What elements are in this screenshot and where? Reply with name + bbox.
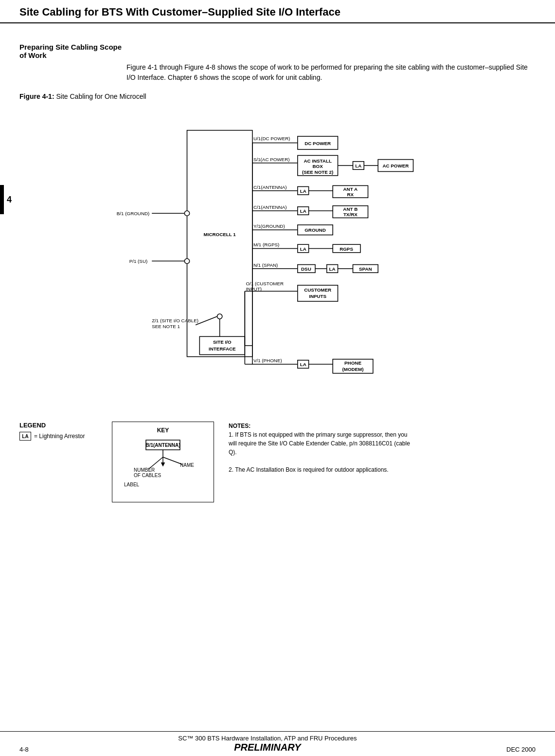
content-area: Preparing Site Cabling Scope of Work Fig… xyxy=(0,23,555,512)
svg-text:OF CABLES: OF CABLES xyxy=(134,473,161,478)
chapter-number: 4 xyxy=(7,195,12,205)
phone-line1: PHONE xyxy=(344,360,361,366)
p1-su-label: P/1 (SU) xyxy=(129,258,148,264)
legend-la-text: LA xyxy=(22,434,28,439)
svg-text:NAME: NAME xyxy=(180,462,194,468)
la-ant-b: LA xyxy=(300,208,306,214)
footer-preliminary: PRELIMINARY xyxy=(178,742,357,753)
site-io-line2: INTERFACE xyxy=(209,346,236,351)
legend-row: LA = Lightning Arrestor xyxy=(19,432,97,441)
svg-line-48 xyxy=(163,457,182,464)
key-diagram: text{font-family:Arial,Helvetica,sans-se… xyxy=(119,438,207,496)
key-area: KEY text{font-family:Arial,Helvetica,san… xyxy=(112,422,214,502)
figure-caption: Site Cabling for One Microcell xyxy=(56,92,146,100)
label-ant-a-in: C/1(ANTENNA) xyxy=(253,184,287,190)
ac-power-box: AC POWER xyxy=(382,163,409,168)
ant-a-line2: RX xyxy=(347,192,354,197)
key-title: KEY xyxy=(119,427,207,434)
page-footer: 4-8 SC™ 300 BTS Hardware Installation, A… xyxy=(0,731,555,756)
diagram-svg: text { font-family: Arial, Helvetica, sa… xyxy=(19,105,536,407)
rgps-box: RGPS xyxy=(340,246,353,252)
ac-install-box-line2: BOX xyxy=(313,164,323,169)
ant-b-line1: ANT B xyxy=(343,206,358,212)
label-span-in: N/1 (SPAN) xyxy=(253,262,278,268)
diagram-wrapper: text { font-family: Arial, Helvetica, sa… xyxy=(19,105,536,407)
ant-a-line1: ANT A xyxy=(343,186,358,192)
chapter-sidebar-marker xyxy=(0,185,4,214)
notes-title: NOTES: xyxy=(229,422,413,430)
connector-b1 xyxy=(184,211,189,216)
footer-center-text: SC™ 300 BTS Hardware Installation, ATP a… xyxy=(178,735,357,742)
ac-install-box-line1: AC INSTALL xyxy=(304,158,332,164)
la-phone: LA xyxy=(300,362,306,367)
svg-text:B/1(ANTENNA): B/1(ANTENNA) xyxy=(145,443,180,448)
la-ant-a: LA xyxy=(300,188,306,194)
svg-text:NUMBER: NUMBER xyxy=(134,467,155,473)
note2: 2. The AC Installation Box is required f… xyxy=(229,465,413,474)
ac-install-box-line3: (SEE NOTE 2) xyxy=(302,169,333,175)
label-rgps-in: M/1 (RGPS) xyxy=(253,242,279,247)
z1-label-line2: SEE NOTE 1 xyxy=(152,324,180,329)
footer-page-num: 4-8 xyxy=(19,746,29,753)
la-span: LA xyxy=(329,266,336,272)
legend-la-badge: LA xyxy=(19,432,31,441)
customer-inputs-line2: INPUTS xyxy=(309,294,326,299)
span-box: SPAN xyxy=(359,266,372,272)
la-rgps: LA xyxy=(300,246,306,252)
label-ac-power-in: S/1(AC POWER) xyxy=(253,157,290,162)
dc-power-box: DC POWER xyxy=(304,141,331,146)
microcell-label: MICROCELL 1 xyxy=(204,232,236,237)
bottom-section: LEGEND LA = Lightning Arrestor KEY text{… xyxy=(19,422,536,502)
site-io-line1: SITE I/O xyxy=(213,339,232,345)
footer-date: DEC 2000 xyxy=(506,746,536,753)
phone-line2: (MODEM) xyxy=(342,367,363,372)
dsu-box: DSU xyxy=(301,266,311,272)
intro-text: Figure 4-1 through Figure 4-8 shows the … xyxy=(126,62,536,83)
la-ac: LA xyxy=(355,163,361,168)
figure-label-bold: Figure 4-1: xyxy=(19,92,54,100)
connector-p1 xyxy=(184,258,189,263)
ground-box: GROUND xyxy=(304,227,326,233)
z1-label-line1: Z/1 (SITE I/O CABLE) xyxy=(152,318,198,323)
legend-la-desc: = Lightning Arrestor xyxy=(34,433,85,440)
label-phone-in: V/1 (PHONE) xyxy=(253,358,282,363)
page-container: 4 Site Cabling for BTS With Customer–Sup… xyxy=(0,0,555,756)
label-ground-in: Y/1(GROUND) xyxy=(253,223,285,229)
note1: 1. If BTS is not equipped with the prima… xyxy=(229,430,413,457)
section-heading: Preparing Site Cabling Scope of Work xyxy=(19,43,536,59)
page-title: Site Cabling for BTS With Customer–Suppl… xyxy=(19,6,536,18)
ant-b-line2: TX/RX xyxy=(343,212,358,217)
label-customer-in-line1: O/1 (CUSTOMER xyxy=(246,281,284,286)
b1-ground-label: B/1 (GROUND) xyxy=(117,211,150,216)
page-header: Site Cabling for BTS With Customer–Suppl… xyxy=(0,0,555,23)
customer-inputs-line1: CUSTOMER xyxy=(304,287,331,293)
connector-z1 xyxy=(217,314,222,319)
svg-text:LABEL: LABEL xyxy=(124,482,140,487)
notes-area: NOTES: 1. If BTS is not equipped with th… xyxy=(229,422,413,474)
label-ant-b-in: C/1(ANTENNA) xyxy=(253,204,287,210)
label-dc-power-in: U/1(DC POWER) xyxy=(253,136,290,141)
figure-label: Figure 4-1: Site Cabling for One Microce… xyxy=(19,92,536,100)
label-customer-in-line2: INPUT) xyxy=(246,286,262,292)
legend-area: LEGEND LA = Lightning Arrestor xyxy=(19,422,97,441)
legend-title: LEGEND xyxy=(19,422,97,429)
